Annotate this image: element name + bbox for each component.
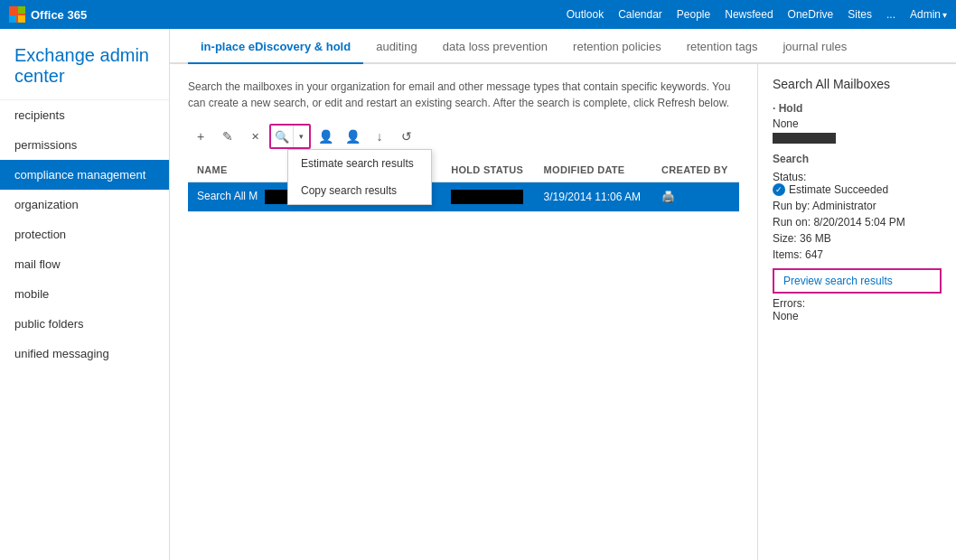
content-area: Search the mailboxes in your organizatio… xyxy=(170,64,956,560)
hold-value: None xyxy=(773,117,942,130)
search-dropdown-menu: Estimate search results Copy search resu… xyxy=(287,149,432,205)
logo-text: Office 365 xyxy=(31,8,87,22)
toolbar: + ✎ ✕ 🔍 ▾ 👤 👤 ↓ ↺ Estimate search result… xyxy=(188,124,739,149)
col-created-by: CREATED BY xyxy=(652,158,739,182)
sidebar-item-recipients[interactable]: recipients xyxy=(0,100,169,130)
sidebar-item-mail-flow[interactable]: mail flow xyxy=(0,249,169,279)
main-content: in-place eDiscovery & hold auditing data… xyxy=(170,29,956,560)
errors-label: Errors: xyxy=(773,297,942,310)
run-on-label: Run on: xyxy=(773,216,811,229)
tab-dlp[interactable]: data loss prevention xyxy=(430,29,560,64)
size-row: Size: 36 MB xyxy=(773,232,942,245)
sidebar-item-mobile[interactable]: mobile xyxy=(0,279,169,309)
errors-row: Errors: None xyxy=(773,297,942,322)
nav-calendar[interactable]: Calendar xyxy=(618,8,662,21)
right-panel-title: Search All Mailboxes xyxy=(773,77,942,91)
delete-button[interactable]: ✕ xyxy=(242,125,267,148)
sidebar-item-unified-messaging[interactable]: unified messaging xyxy=(0,339,169,369)
left-panel: Search the mailboxes in your organizatio… xyxy=(170,64,757,560)
nav-sites[interactable]: Sites xyxy=(848,8,872,21)
status-icon: ✓ xyxy=(773,183,785,196)
sidebar-item-protection[interactable]: protection xyxy=(0,219,169,249)
items-row: Items: 647 xyxy=(773,248,942,261)
edit-button[interactable]: ✎ xyxy=(215,125,240,148)
hold-label: · Hold xyxy=(773,102,942,115)
search-section: Search Status: ✓ Estimate Succeeded Run … xyxy=(773,153,942,322)
col-modified-date: MODIFIED DATE xyxy=(535,158,652,182)
search-dropdown-group: 🔍 ▾ xyxy=(269,124,311,149)
nav-onedrive[interactable]: OneDrive xyxy=(788,8,834,21)
user-search2-button[interactable]: 👤 xyxy=(340,125,365,148)
tab-retention-tags[interactable]: retention tags xyxy=(674,29,771,64)
search-dropdown-button[interactable]: ▾ xyxy=(293,126,309,147)
row-hold-status xyxy=(442,182,534,212)
status-value: ✓ Estimate Succeeded xyxy=(773,183,942,196)
table-row[interactable]: Search All M 3/19/2014 11:06 AM 🖨️ xyxy=(188,182,739,212)
description-text: Search the mailboxes in your organizatio… xyxy=(188,79,739,111)
size-label: Size: xyxy=(773,232,797,245)
redacted-hold xyxy=(451,190,523,204)
office-logo: Office 365 xyxy=(9,6,87,23)
status-label: Status: xyxy=(773,171,806,183)
run-by-row: Run by: Administrator xyxy=(773,200,942,212)
right-panel: Search All Mailboxes · Hold None Search … xyxy=(757,64,956,560)
search-results-table: NAME HOLD STATUS MODIFIED DATE CREATED B… xyxy=(188,158,739,212)
nav-more[interactable]: ... xyxy=(886,8,895,21)
tab-journal-rules[interactable]: journal rules xyxy=(770,29,859,64)
search-button[interactable]: 🔍 xyxy=(271,126,293,147)
top-nav: Office 365 Outlook Calendar People Newsf… xyxy=(0,0,956,29)
copy-search-results[interactable]: Copy search results xyxy=(288,177,431,204)
estimate-search-results[interactable]: Estimate search results xyxy=(288,150,431,177)
row-modified-date: 3/19/2014 11:06 AM xyxy=(535,182,652,212)
app-layout: Exchange admin center recipients permiss… xyxy=(0,29,956,560)
errors-value: None xyxy=(773,310,942,322)
nav-people[interactable]: People xyxy=(677,8,710,21)
download-button[interactable]: ↓ xyxy=(367,125,392,148)
hold-section: · Hold None xyxy=(773,102,942,144)
run-by-value: Administrator xyxy=(812,200,876,212)
tab-ediscovery[interactable]: in-place eDiscovery & hold xyxy=(188,29,363,64)
sidebar-item-compliance-management[interactable]: compliance management xyxy=(0,160,169,190)
sidebar: Exchange admin center recipients permiss… xyxy=(0,29,170,560)
top-nav-links: Outlook Calendar People Newsfeed OneDriv… xyxy=(567,8,947,21)
preview-search-results-button[interactable]: Preview search results xyxy=(773,268,942,294)
tab-retention-policies[interactable]: retention policies xyxy=(560,29,674,64)
tab-bar: in-place eDiscovery & hold auditing data… xyxy=(170,29,956,64)
status-row: Status: ✓ Estimate Succeeded xyxy=(773,171,942,196)
tab-auditing[interactable]: auditing xyxy=(363,29,430,64)
row-created-by: 🖨️ xyxy=(652,182,739,212)
redacted-hold-bar xyxy=(773,133,836,144)
add-button[interactable]: + xyxy=(188,125,213,148)
nav-newsfeed[interactable]: Newsfeed xyxy=(725,8,773,21)
nav-admin[interactable]: Admin xyxy=(910,8,947,21)
col-hold-status: HOLD STATUS xyxy=(442,158,534,182)
size-value: 36 MB xyxy=(800,232,831,245)
user-search-button[interactable]: 👤 xyxy=(313,125,338,148)
run-on-value: 8/20/2014 5:04 PM xyxy=(813,216,904,229)
sidebar-item-public-folders[interactable]: public folders xyxy=(0,309,169,339)
app-title: Exchange admin center xyxy=(0,29,169,100)
items-label: Items: xyxy=(773,248,802,261)
office-logo-icon xyxy=(9,6,25,23)
run-by-label: Run by: xyxy=(773,200,810,212)
sidebar-item-organization[interactable]: organization xyxy=(0,190,169,219)
run-on-row: Run on: 8/20/2014 5:04 PM xyxy=(773,216,942,229)
search-label: Search xyxy=(773,153,942,165)
refresh-button[interactable]: ↺ xyxy=(394,125,419,148)
nav-outlook[interactable]: Outlook xyxy=(567,8,604,21)
items-value: 647 xyxy=(805,248,823,261)
sidebar-item-permissions[interactable]: permissions xyxy=(0,130,169,160)
